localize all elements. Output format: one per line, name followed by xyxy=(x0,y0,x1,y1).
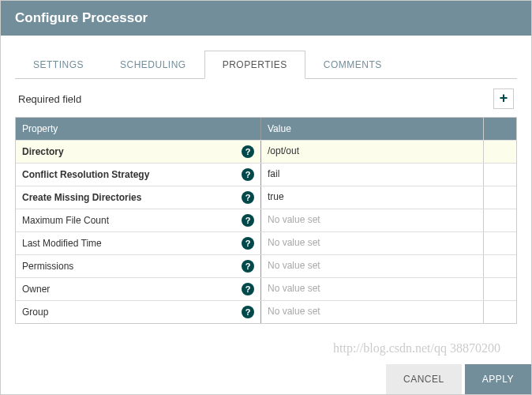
help-icon[interactable]: ? xyxy=(242,260,254,273)
property-cell: Group? xyxy=(16,301,260,323)
value-cell[interactable]: No value set xyxy=(260,255,483,277)
action-cell xyxy=(483,209,516,231)
table-row[interactable]: Permissions?No value set xyxy=(16,254,516,277)
property-cell: Owner? xyxy=(16,278,260,300)
value-text: No value set xyxy=(268,260,320,271)
help-icon[interactable]: ? xyxy=(242,191,254,204)
value-cell[interactable]: No value set xyxy=(260,232,483,254)
property-cell: Last Modified Time? xyxy=(16,232,260,254)
dialog-footer: CANCEL APPLY xyxy=(1,364,531,394)
value-cell[interactable]: fail xyxy=(260,164,483,186)
property-cell: Directory? xyxy=(16,141,260,163)
help-icon[interactable]: ? xyxy=(242,237,254,250)
value-text: No value set xyxy=(268,306,320,317)
required-field-label: Required field xyxy=(18,93,81,105)
value-text: No value set xyxy=(268,214,320,225)
apply-button[interactable]: APPLY xyxy=(465,364,531,394)
action-cell xyxy=(483,278,516,300)
header-value: Value xyxy=(260,118,483,140)
value-cell[interactable]: No value set xyxy=(260,278,483,300)
table-row[interactable]: Create Missing Directories?true xyxy=(16,186,516,209)
action-cell xyxy=(483,186,516,209)
property-name: Maximum File Count xyxy=(22,215,109,226)
table-header: Property Value xyxy=(16,118,516,140)
value-cell[interactable]: true xyxy=(260,186,483,209)
property-cell: Conflict Resolution Strategy? xyxy=(16,164,260,186)
value-text: fail xyxy=(268,168,279,179)
property-name: Conflict Resolution Strategy xyxy=(22,169,149,180)
property-name: Permissions xyxy=(22,261,73,272)
action-cell xyxy=(483,141,516,163)
help-icon[interactable]: ? xyxy=(242,214,254,227)
property-name: Owner xyxy=(22,284,50,295)
value-cell[interactable]: /opt/out xyxy=(260,141,483,163)
dialog-content: SETTINGSSCHEDULINGPROPERTIESCOMMENTS Req… xyxy=(1,36,531,364)
property-name: Last Modified Time xyxy=(22,238,102,249)
property-cell: Maximum File Count? xyxy=(16,209,260,231)
value-text: true xyxy=(268,191,284,202)
table-row[interactable]: Conflict Resolution Strategy?fail xyxy=(16,163,516,186)
tab-settings[interactable]: SETTINGS xyxy=(15,51,102,79)
action-cell xyxy=(483,301,516,323)
header-property: Property xyxy=(16,118,260,140)
tab-bar: SETTINGSSCHEDULINGPROPERTIESCOMMENTS xyxy=(15,50,517,79)
cancel-button[interactable]: CANCEL xyxy=(386,364,462,394)
help-icon[interactable]: ? xyxy=(242,306,254,318)
table-row[interactable]: Maximum File Count?No value set xyxy=(16,209,516,231)
property-name: Create Missing Directories xyxy=(22,192,141,203)
value-text: /opt/out xyxy=(268,145,299,156)
table-row[interactable]: Group?No value set xyxy=(16,300,516,323)
configure-processor-dialog: Configure Processor SETTINGSSCHEDULINGPR… xyxy=(0,0,532,395)
add-property-button[interactable]: + xyxy=(493,88,514,109)
plus-icon: + xyxy=(500,90,508,106)
property-name: Directory xyxy=(22,146,64,157)
property-cell: Create Missing Directories? xyxy=(16,186,260,209)
tab-scheduling[interactable]: SCHEDULING xyxy=(102,51,204,79)
required-field-row: Required field + xyxy=(15,79,517,117)
table-row[interactable]: Last Modified Time?No value set xyxy=(16,231,516,254)
table-row[interactable]: Directory?/opt/out xyxy=(16,140,516,163)
tab-properties[interactable]: PROPERTIES xyxy=(204,51,305,79)
table-body: Directory?/opt/outConflict Resolution St… xyxy=(16,140,516,323)
action-cell xyxy=(483,255,516,277)
help-icon[interactable]: ? xyxy=(242,283,254,295)
property-name: Group xyxy=(22,307,48,318)
properties-table: Property Value Directory?/opt/outConflic… xyxy=(15,117,517,324)
value-text: No value set xyxy=(268,237,320,248)
action-cell xyxy=(483,164,516,186)
header-actions xyxy=(483,118,516,140)
dialog-header: Configure Processor xyxy=(1,1,531,36)
value-cell[interactable]: No value set xyxy=(260,209,483,231)
property-cell: Permissions? xyxy=(16,255,260,277)
value-cell[interactable]: No value set xyxy=(260,301,483,323)
action-cell xyxy=(483,232,516,254)
table-row[interactable]: Owner?No value set xyxy=(16,277,516,300)
help-icon[interactable]: ? xyxy=(242,168,254,181)
value-text: No value set xyxy=(268,283,320,294)
dialog-title: Configure Processor xyxy=(15,10,148,25)
help-icon[interactable]: ? xyxy=(242,145,254,158)
tab-comments[interactable]: COMMENTS xyxy=(305,51,400,79)
